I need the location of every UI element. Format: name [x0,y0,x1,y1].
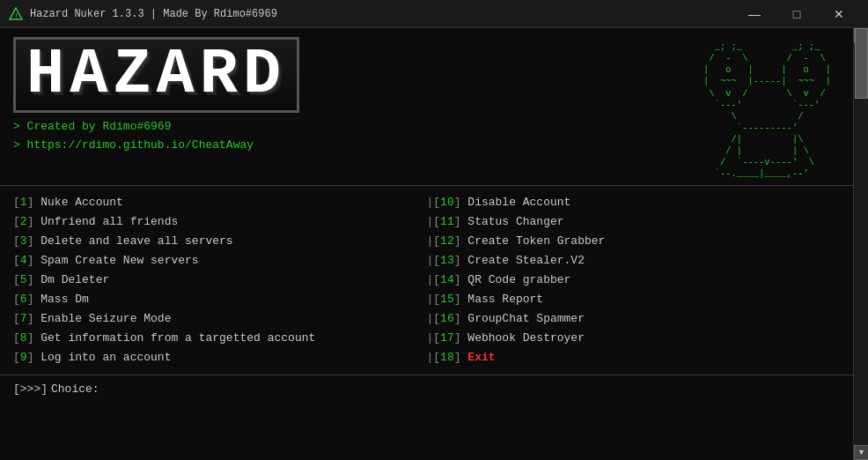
title-bar-text: Hazard Nuker 1.3.3 | Made By Rdimo#6969 [30,8,734,20]
hazard-logo: HAZARD [13,37,299,113]
scrollbar-arrow-down[interactable]: ▼ [854,445,868,460]
menu-item-13: |[13] Create Stealer.V2 [427,251,841,271]
menu-item-11: |[11] Status Changer [427,212,841,232]
created-by: Created by Rdimo#6969 https://rdimo.gith… [13,118,299,155]
choice-input[interactable] [99,382,840,396]
menu-item-5: [5] Dm Deleter [13,271,427,290]
input-prompt: [>>>] [13,382,48,396]
input-label: Choice: [51,382,99,396]
menu-item-9: [9] Log into an account [13,348,427,367]
menu-item-8: [8] Get information from a targetted acc… [13,329,427,348]
main-content: HAZARD Created by Rdimo#6969 https://rdi… [0,28,868,460]
ascii-snake-art: _; ;_ _; ;_ / - \ / - \ | o | | o | | ~~… [703,41,831,181]
menu-item-2: [2] Unfriend all friends [13,212,427,232]
svg-text:!: ! [14,12,18,21]
left-header: HAZARD Created by Rdimo#6969 https://rdi… [13,37,299,155]
menu-item-12: |[12] Create Token Grabber [427,232,841,251]
menu-item-14: |[14] QR Code grabber [427,271,841,290]
menu-item-16: |[16] GroupChat Spammer [427,309,841,329]
created-by-line2: https://rdimo.github.io/CheatAway [13,137,299,155]
terminal-area: HAZARD Created by Rdimo#6969 https://rdi… [0,28,853,460]
header-section: HAZARD Created by Rdimo#6969 https://rdi… [0,28,853,186]
window-controls: — □ ✕ [734,0,859,28]
menu-right-column: |[10] Disable Account |[11] Status Chang… [427,193,841,368]
menu-item-18: |[18] Exit [427,348,841,367]
input-section: [>>>] Choice: [0,375,853,403]
menu-item-10: |[10] Disable Account [427,193,841,212]
menu-left-column: [1] Nuke Account [2] Unfriend all friend… [13,193,427,368]
menu-item-4: [4] Spam Create New servers [13,251,427,271]
input-line: [>>>] Choice: [13,382,840,396]
app-icon: ! [9,7,23,21]
minimize-button[interactable]: — [734,0,775,28]
menu-item-3: [3] Delete and leave all servers [13,232,427,251]
menu-item-6: [6] Mass Dm [13,290,427,309]
menu-item-17: |[17] Webhook Destroyer [427,329,841,348]
menu-section: [1] Nuke Account [2] Unfriend all friend… [0,186,853,376]
created-by-line1: Created by Rdimo#6969 [13,118,299,137]
menu-grid: [1] Nuke Account [2] Unfriend all friend… [13,193,840,368]
menu-item-1: [1] Nuke Account [13,193,427,212]
menu-item-7: [7] Enable Seizure Mode [13,309,427,329]
scrollbar[interactable]: ▲ ▼ [853,28,868,460]
title-bar: ! Hazard Nuker 1.3.3 | Made By Rdimo#696… [0,0,868,28]
close-button[interactable]: ✕ [819,0,859,28]
maximize-button[interactable]: □ [776,0,817,28]
menu-item-15: |[15] Mass Report [427,290,841,309]
scrollbar-thumb[interactable] [855,28,868,99]
